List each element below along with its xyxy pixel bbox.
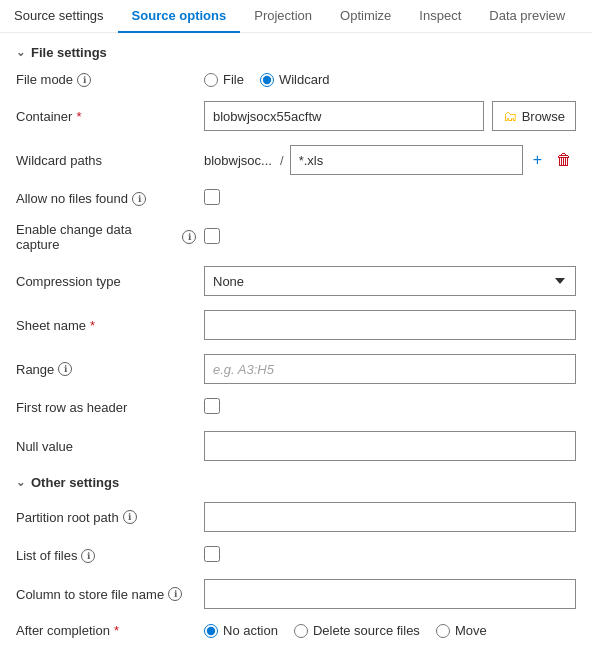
first-row-header-control (204, 398, 576, 417)
list-of-files-row: List of files ℹ (16, 546, 576, 565)
file-settings-chevron: ⌄ (16, 46, 25, 59)
sheet-name-row: Sheet name * (16, 310, 576, 340)
tab-optimize[interactable]: Optimize (326, 0, 405, 33)
container-control: 🗂 Browse (204, 101, 576, 131)
other-settings-title: Other settings (31, 475, 119, 490)
wildcard-paths-control: blobwjsoc... / + 🗑 (204, 145, 576, 175)
enable-change-data-label: Enable change data capture ℹ (16, 222, 196, 252)
enable-change-data-row: Enable change data capture ℹ (16, 222, 576, 252)
null-value-label: Null value (16, 439, 196, 454)
wildcard-base-text: blobwjsoc... (204, 153, 274, 168)
partition-root-info-icon[interactable]: ℹ (123, 510, 137, 524)
list-of-files-checkbox[interactable] (204, 546, 220, 562)
first-row-header-row: First row as header (16, 398, 576, 417)
no-action-radio-label[interactable]: No action (204, 623, 278, 638)
compression-control: None bzip2 gzip deflate ZipDeflate TarGz… (204, 266, 576, 296)
compression-label: Compression type (16, 274, 196, 289)
browse-button[interactable]: 🗂 Browse (492, 101, 576, 131)
other-settings-header[interactable]: ⌄ Other settings (16, 475, 576, 490)
delete-source-radio[interactable] (294, 624, 308, 638)
tab-projection[interactable]: Projection (240, 0, 326, 33)
no-action-radio[interactable] (204, 624, 218, 638)
enable-change-data-checkbox[interactable] (204, 228, 220, 244)
column-store-label: Column to store file name ℹ (16, 587, 196, 602)
file-mode-label: File mode ℹ (16, 72, 196, 87)
other-settings-chevron: ⌄ (16, 476, 25, 489)
file-mode-control: File Wildcard (204, 72, 576, 87)
range-input[interactable] (204, 354, 576, 384)
column-store-control (204, 579, 576, 609)
container-input[interactable] (204, 101, 484, 131)
container-row: Container * 🗂 Browse (16, 101, 576, 131)
file-mode-row: File mode ℹ File Wildcard (16, 72, 576, 87)
list-of-files-info-icon[interactable]: ℹ (81, 549, 95, 563)
sheet-name-control (204, 310, 576, 340)
after-completion-radio-group: No action Delete source files Move (204, 623, 576, 638)
wildcard-separator: / (280, 153, 284, 168)
enable-change-data-info-icon[interactable]: ℹ (182, 230, 196, 244)
range-info-icon[interactable]: ℹ (58, 362, 72, 376)
allow-no-files-label: Allow no files found ℹ (16, 191, 196, 206)
folder-icon: 🗂 (503, 108, 517, 124)
file-radio[interactable] (204, 73, 218, 87)
sheet-name-label: Sheet name * (16, 318, 196, 333)
first-row-header-checkbox[interactable] (204, 398, 220, 414)
wildcard-radio[interactable] (260, 73, 274, 87)
tab-inspect[interactable]: Inspect (405, 0, 475, 33)
after-completion-row: After completion * No action Delete sour… (16, 623, 576, 638)
allow-no-files-row: Allow no files found ℹ (16, 189, 576, 208)
tab-source-options[interactable]: Source options (118, 0, 241, 33)
allow-no-files-info-icon[interactable]: ℹ (132, 192, 146, 206)
first-row-header-label: First row as header (16, 400, 196, 415)
after-completion-label: After completion * (16, 623, 196, 638)
wildcard-radio-label[interactable]: Wildcard (260, 72, 330, 87)
allow-no-files-checkbox[interactable] (204, 189, 220, 205)
column-store-row: Column to store file name ℹ (16, 579, 576, 609)
partition-root-control (204, 502, 576, 532)
enable-change-data-control (204, 228, 576, 247)
tab-bar: Source settings Source options Projectio… (0, 0, 592, 33)
delete-wildcard-button[interactable]: 🗑 (552, 149, 576, 171)
content-area: ⌄ File settings File mode ℹ File Wildcar… (0, 33, 592, 663)
null-value-input[interactable] (204, 431, 576, 461)
null-value-row: Null value (16, 431, 576, 461)
list-of-files-label: List of files ℹ (16, 548, 196, 563)
null-value-control (204, 431, 576, 461)
partition-root-input[interactable] (204, 502, 576, 532)
file-settings-header[interactable]: ⌄ File settings (16, 45, 576, 60)
wildcard-input[interactable] (290, 145, 523, 175)
wildcard-row: blobwjsoc... / + 🗑 (204, 145, 576, 175)
file-mode-radio-group: File Wildcard (204, 72, 576, 87)
file-mode-info-icon[interactable]: ℹ (77, 73, 91, 87)
file-radio-label[interactable]: File (204, 72, 244, 87)
file-settings-title: File settings (31, 45, 107, 60)
after-completion-control: No action Delete source files Move (204, 623, 576, 638)
range-label: Range ℹ (16, 362, 196, 377)
add-wildcard-button[interactable]: + (529, 149, 546, 171)
column-store-info-icon[interactable]: ℹ (168, 587, 182, 601)
delete-source-radio-label[interactable]: Delete source files (294, 623, 420, 638)
sheet-name-input[interactable] (204, 310, 576, 340)
wildcard-paths-label: Wildcard paths (16, 153, 196, 168)
compression-row: Compression type None bzip2 gzip deflate… (16, 266, 576, 296)
tab-source-settings[interactable]: Source settings (0, 0, 118, 33)
wildcard-paths-row: Wildcard paths blobwjsoc... / + 🗑 (16, 145, 576, 175)
range-control (204, 354, 576, 384)
allow-no-files-control (204, 189, 576, 208)
container-label: Container * (16, 109, 196, 124)
list-of-files-control (204, 546, 576, 565)
compression-select[interactable]: None bzip2 gzip deflate ZipDeflate TarGz… (204, 266, 576, 296)
move-radio[interactable] (436, 624, 450, 638)
partition-root-label: Partition root path ℹ (16, 510, 196, 525)
column-store-input[interactable] (204, 579, 576, 609)
range-row: Range ℹ (16, 354, 576, 384)
partition-root-row: Partition root path ℹ (16, 502, 576, 532)
tab-data-preview[interactable]: Data preview (475, 0, 579, 33)
move-radio-label[interactable]: Move (436, 623, 487, 638)
